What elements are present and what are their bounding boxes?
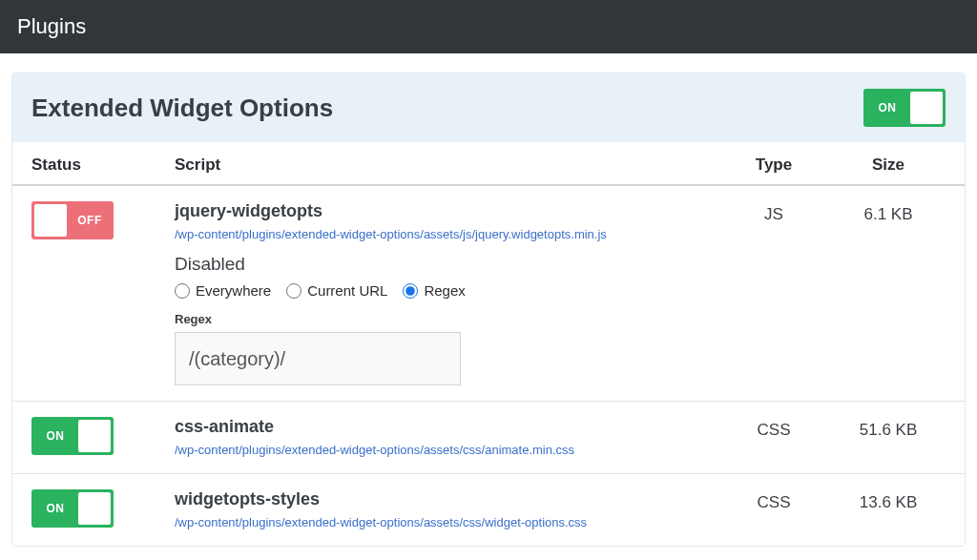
plugin-panel: Extended Widget Options ON Status Script… — [11, 73, 966, 547]
toggle-label: OFF — [70, 214, 114, 227]
panel-master-toggle[interactable]: ON — [863, 89, 946, 127]
col-size: 51.6 KB — [831, 417, 946, 440]
col-status: OFF — [31, 201, 175, 239]
col-script: widgetopts-styles /wp-content/plugins/ex… — [175, 489, 717, 530]
toggle-label: ON — [31, 502, 75, 515]
script-name: widgetopts-styles — [175, 489, 717, 509]
radio-input[interactable] — [175, 283, 190, 299]
col-header-status: Status — [31, 156, 175, 175]
script-row: OFF jquery-widgetopts /wp-content/plugin… — [12, 186, 965, 402]
page-title: Plugins — [17, 14, 86, 39]
script-toggle[interactable]: ON — [31, 489, 114, 528]
script-path-link[interactable]: /wp-content/plugins/extended-widget-opti… — [175, 515, 587, 529]
disabled-title: Disabled — [175, 254, 717, 275]
script-path-link[interactable]: /wp-content/plugins/extended-widget-opti… — [175, 227, 607, 241]
script-path-link[interactable]: /wp-content/plugins/extended-widget-opti… — [175, 443, 574, 457]
col-size: 13.6 KB — [831, 489, 946, 512]
radio-input[interactable] — [286, 283, 301, 299]
toggle-knob — [78, 420, 111, 452]
col-script: jquery-widgetopts /wp-content/plugins/ex… — [175, 201, 717, 385]
radio-option-everywhere[interactable]: Everywhere — [175, 282, 271, 299]
script-name: jquery-widgetopts — [175, 201, 717, 221]
panel-title: Extended Widget Options — [31, 93, 333, 123]
disabled-section: Disabled Everywhere Current URL Regex — [175, 254, 717, 385]
radio-input[interactable] — [403, 283, 418, 299]
col-type: CSS — [717, 417, 831, 440]
col-status: ON — [31, 489, 175, 528]
toggle-label: ON — [31, 429, 75, 443]
col-status: ON — [31, 417, 175, 455]
regex-input[interactable] — [175, 332, 461, 385]
col-type: CSS — [717, 489, 831, 512]
radio-label: Everywhere — [196, 282, 271, 299]
radio-option-regex[interactable]: Regex — [403, 282, 465, 299]
regex-field-label: Regex — [175, 312, 717, 326]
top-bar: Plugins — [0, 0, 977, 53]
radio-option-current-url[interactable]: Current URL — [286, 282, 387, 299]
toggle-label: ON — [863, 101, 907, 114]
script-toggle[interactable]: OFF — [31, 201, 114, 239]
toggle-knob — [34, 204, 67, 237]
col-size: 6.1 KB — [831, 201, 946, 224]
script-row: ON css-animate /wp-content/plugins/exten… — [12, 402, 965, 474]
toggle-knob — [78, 492, 111, 525]
col-script: css-animate /wp-content/plugins/extended… — [175, 417, 717, 458]
table-header-row: Status Script Type Size — [12, 142, 965, 186]
radio-label: Current URL — [307, 282, 387, 299]
toggle-knob — [910, 92, 943, 124]
col-type: JS — [717, 201, 831, 224]
col-header-script: Script — [175, 156, 717, 175]
disabled-radio-group: Everywhere Current URL Regex — [175, 282, 717, 299]
script-name: css-animate — [175, 417, 717, 437]
script-row: ON widgetopts-styles /wp-content/plugins… — [12, 474, 965, 546]
script-toggle[interactable]: ON — [31, 417, 114, 455]
col-header-type: Type — [717, 156, 831, 175]
radio-label: Regex — [424, 282, 465, 299]
main-container: Extended Widget Options ON Status Script… — [0, 53, 977, 556]
panel-header: Extended Widget Options ON — [12, 73, 965, 142]
col-header-size: Size — [831, 156, 946, 175]
